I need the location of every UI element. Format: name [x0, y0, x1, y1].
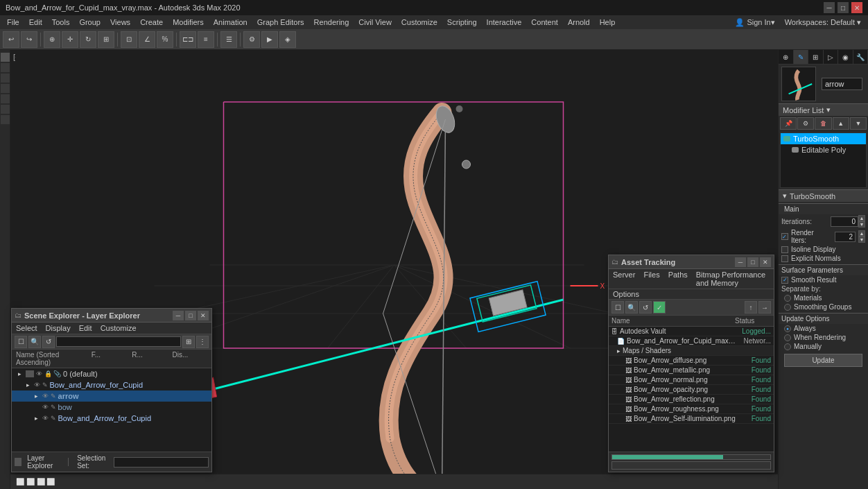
iterations-input[interactable]: 0	[831, 216, 858, 227]
move-btn[interactable]: ✛	[62, 31, 78, 48]
at-minimize-btn[interactable]: ─	[735, 257, 746, 267]
menu-edit[interactable]: Edit	[25, 17, 46, 27]
manually-radio[interactable]	[784, 343, 791, 350]
turbosmooth-header[interactable]: ▾ TurboSmooth	[779, 189, 868, 202]
at-menu-server[interactable]: Server	[611, 270, 636, 288]
mod-eye-turbosmooth[interactable]	[783, 136, 790, 141]
mod-eye-editable-poly[interactable]	[792, 147, 799, 153]
select-btn[interactable]: ⊕	[44, 31, 60, 48]
se-menu-display[interactable]: Display	[44, 323, 72, 333]
se-close-btn[interactable]: ✕	[198, 311, 209, 320]
render-iters-spinner[interactable]: ▲ ▼	[858, 230, 865, 243]
at-menu-options[interactable]: Options	[611, 289, 641, 299]
at-close-btn[interactable]: ✕	[760, 257, 771, 267]
se-row-arrow[interactable]: ▸ 👁 ✎ arrow	[12, 391, 211, 402]
scale-btn[interactable]: ⊞	[98, 31, 114, 48]
sign-in-btn[interactable]: 👤 Sign In▾	[731, 17, 779, 28]
at-row-roughness[interactable]: 🖼 Bow_Arrow_roughness.png Found	[609, 404, 774, 414]
modifier-turbosmooth[interactable]: TurboSmooth	[781, 133, 866, 144]
se-options-btn[interactable]: ⋮	[196, 336, 209, 348]
se-row-bow-and-arrow[interactable]: ▸ 👁 ✎ Bow_and_Arrow_for_Cupid	[12, 379, 211, 391]
materials-radio[interactable]	[784, 295, 791, 302]
menu-arnold[interactable]: Arnold	[564, 17, 594, 27]
menu-animation[interactable]: Animation	[209, 17, 252, 27]
se-select-all-btn[interactable]: ☐	[15, 336, 27, 348]
menu-rendering[interactable]: Rendering	[310, 17, 354, 27]
menu-views[interactable]: Views	[106, 17, 134, 27]
update-button[interactable]: Update	[784, 354, 862, 367]
align-btn[interactable]: ≡	[198, 31, 214, 48]
tab-create[interactable]: ⊕	[779, 50, 794, 64]
rotate-btn[interactable]: ↻	[80, 31, 96, 48]
mod-down-btn[interactable]: ▼	[850, 117, 867, 130]
close-btn[interactable]: ✕	[851, 2, 862, 13]
at-row-opacity[interactable]: 🖼 Bow_Arrow_opacity.png Found	[609, 385, 774, 395]
at-btn-3[interactable]: ↺	[639, 301, 652, 314]
menu-content[interactable]: Content	[527, 17, 562, 27]
menu-graph-editors[interactable]: Graph Editors	[253, 17, 309, 27]
always-radio[interactable]	[784, 325, 791, 332]
iterations-spinner[interactable]: ▲ ▼	[858, 215, 865, 228]
at-row-maps[interactable]: ▸ Maps / Shaders	[609, 346, 774, 356]
at-row-vault[interactable]: 🗄 Autodesk Vault Logged...	[609, 327, 774, 336]
modifier-editable-poly[interactable]: Editable Poly	[781, 144, 866, 155]
se-menu-customize[interactable]: Customize	[99, 323, 138, 333]
maximize-btn[interactable]: □	[837, 2, 849, 13]
mod-delete-btn[interactable]: 🗑	[815, 117, 831, 130]
tool-3[interactable]	[1, 74, 10, 83]
render-setup-btn[interactable]: ⚙	[243, 31, 260, 48]
modifier-list-header[interactable]: Modifier List ▾	[779, 103, 868, 116]
mod-up-btn[interactable]: ▲	[833, 117, 849, 130]
at-maximize-btn[interactable]: □	[747, 257, 758, 267]
iterations-down[interactable]: ▼	[858, 221, 865, 228]
render-btn[interactable]: ▶	[261, 31, 278, 48]
render-iters-up[interactable]: ▲	[858, 230, 865, 237]
explicit-normals-check[interactable]	[781, 255, 788, 262]
se-filter-btn[interactable]: 🔍	[28, 336, 41, 348]
tab-display[interactable]: ◉	[838, 50, 853, 64]
mod-config-btn[interactable]: ⚙	[797, 117, 814, 130]
material-editor-btn[interactable]: ◈	[279, 31, 296, 48]
at-row-normal[interactable]: 🖼 Bow_Arrow_normal.png Found	[609, 375, 774, 385]
at-row-diffuse[interactable]: 🖼 Bow_Arrow_diffuse.png Found	[609, 356, 774, 366]
se-row-bow-group[interactable]: ▸ 👁 ✎ Bow_and_Arrow_for_Cupid	[12, 413, 211, 424]
se-minimize-btn[interactable]: ─	[173, 311, 184, 320]
object-name-field[interactable]: arrow	[822, 78, 862, 90]
at-btn-1[interactable]: ☐	[611, 301, 624, 314]
menu-create[interactable]: Create	[136, 17, 167, 27]
snap-angle-btn[interactable]: ∠	[139, 31, 155, 48]
at-btn-nav-up[interactable]: ↑	[745, 301, 757, 314]
redo-btn[interactable]: ↪	[21, 31, 37, 48]
se-menu-edit[interactable]: Edit	[78, 323, 94, 333]
iterations-up[interactable]: ▲	[858, 215, 865, 221]
at-btn-2[interactable]: 🔍	[625, 301, 638, 314]
tab-modify[interactable]: ✎	[794, 50, 809, 64]
layer-btn[interactable]: ☰	[220, 31, 237, 48]
at-row-self-illumination[interactable]: 🖼 Bow_Arrow_Self-illumination.png Found	[609, 414, 774, 424]
when-rendering-radio[interactable]	[784, 334, 791, 341]
menu-modifiers[interactable]: Modifiers	[168, 17, 208, 27]
tool-6[interactable]	[1, 105, 10, 114]
render-iters-check[interactable]	[781, 233, 788, 240]
mirror-btn[interactable]: ⊏⊐	[180, 31, 196, 48]
se-search-btn[interactable]: ⊞	[182, 336, 195, 348]
undo-btn[interactable]: ↩	[3, 31, 19, 48]
window-controls[interactable]: ─ □ ✕	[824, 2, 862, 13]
tool-1[interactable]	[1, 53, 10, 62]
tool-5[interactable]	[1, 94, 10, 103]
snap-percent-btn[interactable]: %	[157, 31, 173, 48]
at-btn-4[interactable]: ✓	[653, 301, 666, 314]
render-iters-down[interactable]: ▼	[858, 237, 865, 243]
menu-group[interactable]: Group	[75, 17, 105, 27]
menu-tools[interactable]: Tools	[48, 17, 74, 27]
at-row-max-file[interactable]: 📄 Bow_and_Arrow_for_Cupid_max_vray.max N…	[609, 336, 774, 346]
menu-scripting[interactable]: Scripting	[443, 17, 481, 27]
menu-customize[interactable]: Customize	[397, 17, 442, 27]
at-menu-bitmap[interactable]: Bitmap Performance and Memory	[695, 270, 771, 288]
menu-help[interactable]: Help	[596, 17, 620, 27]
se-maximize-btn[interactable]: □	[185, 311, 196, 320]
at-menu-files[interactable]: Files	[642, 270, 661, 288]
menu-interactive[interactable]: Interactive	[483, 17, 526, 27]
se-row-bow[interactable]: 👁 ✎ bow	[12, 402, 211, 413]
tab-utilities[interactable]: 🔧	[853, 50, 869, 64]
